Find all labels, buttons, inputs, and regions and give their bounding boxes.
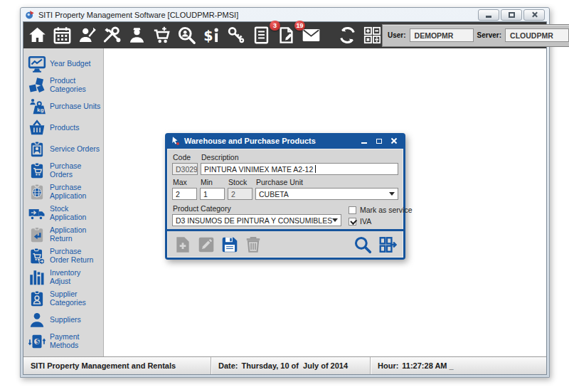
window-controls [478, 9, 545, 21]
save-button[interactable] [220, 235, 239, 254]
dialog-maximize-button[interactable] [375, 137, 383, 145]
svg-text:kg: kg [37, 107, 44, 113]
sidebar: Year BudgetProduct CategorieskgPurchase … [23, 48, 104, 356]
sidebar-item-payment-methods[interactable]: $Payment Methods [28, 332, 102, 351]
sidebar-item-label: Service Orders [50, 145, 100, 154]
window-title: SITI Property Management Software [CLOUD… [38, 11, 474, 19]
purchase-unit-value: CUBETA [259, 190, 289, 198]
add-button[interactable] [174, 235, 192, 254]
close-icon [531, 11, 538, 18]
purchase-order-return-icon [28, 247, 46, 265]
statusbar-date-section: Date: Thursday, 10 of July of 2014 [211, 357, 370, 374]
maximize-icon [509, 12, 515, 18]
application-return-icon [28, 226, 46, 244]
sidebar-item-suppliers[interactable]: Suppliers [28, 310, 102, 329]
purchases-cart-icon[interactable] [152, 26, 171, 45]
accounting-icon[interactable] [363, 26, 382, 45]
max-label: Max [172, 178, 197, 186]
purchase-unit-dropdown[interactable]: CUBETA [255, 188, 398, 200]
mark-as-service-label: Mark as service [360, 206, 413, 214]
user-field[interactable]: DEMOPMR [410, 28, 474, 42]
max-field[interactable]: 2 [172, 188, 197, 200]
sidebar-item-purchase-order-return[interactable]: Purchase Order Return [28, 246, 102, 265]
products-icon [28, 119, 46, 137]
service-orders-icon [28, 140, 46, 159]
hour-label: Hour: [378, 361, 398, 370]
user-label: User: [388, 31, 406, 39]
purchase-application-icon [28, 183, 46, 201]
calendar-icon[interactable] [53, 26, 72, 45]
sidebar-item-purchase-application[interactable]: Purchase Application [28, 182, 102, 201]
reports-icon[interactable] [252, 26, 271, 45]
sidebar-item-service-orders[interactable]: Service Orders [28, 139, 102, 159]
text-caret [315, 165, 316, 173]
sidebar-item-purchase-units[interactable]: kgPurchase Units [28, 97, 102, 116]
sidebar-item-label: Products [50, 124, 79, 132]
product-categories-icon [28, 76, 46, 95]
window-titlebar: SITI Property Management Software [CLOUD… [23, 8, 547, 21]
delete-button[interactable] [244, 235, 262, 254]
stock-application-icon [28, 204, 46, 223]
svg-text:$: $ [36, 337, 40, 344]
app-icon [25, 10, 35, 20]
product-category-dropdown[interactable]: D3 INSUMOS DE PINTURA Y CONSUMIBLES [172, 214, 341, 226]
sidebar-item-purchase-orders[interactable]: Purchase Orders [28, 161, 102, 180]
dialog-titlebar[interactable]: Warehouse and Purchase Products [167, 133, 403, 149]
statusbar: SITI Property Management and Rentals Dat… [23, 356, 546, 374]
purchase-orders-icon [28, 161, 46, 180]
sync-icon[interactable] [338, 26, 357, 45]
product-category-label: Product Category [172, 204, 341, 213]
server-field[interactable]: CLOUDPMR [505, 28, 569, 42]
sidebar-item-label: Purchase Orders [50, 162, 102, 179]
toolbar-icons: $319 [28, 26, 382, 45]
sidebar-item-label: Supplier Categories [50, 290, 102, 307]
notes-icon[interactable]: 3 [277, 26, 296, 45]
dialog-body: Code Description D3029 PINTURA VINIMEX M… [167, 149, 403, 258]
guest-search-icon[interactable] [177, 26, 196, 45]
statusbar-hour-section: Hour: 11:27:28 AM _ [370, 357, 546, 374]
housekeeping-icon[interactable] [78, 26, 97, 45]
home-icon[interactable] [28, 26, 47, 45]
stock-label: Stock [228, 178, 252, 186]
sidebar-item-label: Purchase Units [50, 102, 100, 111]
sidebar-item-label: Suppliers [50, 316, 81, 324]
iva-checkbox[interactable] [349, 218, 356, 226]
sidebar-item-label: Purchase Order Return [50, 248, 102, 265]
sidebar-item-stock-application[interactable]: Stock Application [28, 203, 102, 223]
sidebar-item-label: Year Budget [50, 60, 90, 68]
dialog-controls [360, 137, 400, 145]
tools-icon[interactable] [102, 26, 122, 45]
maximize-icon [376, 139, 382, 144]
dialog-close-button[interactable] [390, 137, 398, 145]
dialog-toolbar [167, 229, 403, 258]
dialog-minimize-button[interactable] [360, 137, 368, 145]
description-field[interactable]: PINTURA VINIMEX MATE A2-12 [201, 163, 398, 175]
window-minimize-button[interactable] [478, 9, 499, 21]
sidebar-item-products[interactable]: Products [28, 118, 102, 137]
iva-row: IVA [349, 217, 413, 226]
edit-button[interactable] [197, 235, 216, 254]
sidebar-item-application-return[interactable]: Application Return [28, 225, 102, 244]
min-field[interactable]: 1 [200, 188, 225, 200]
sidebar-item-supplier-categories[interactable]: Supplier Categories [28, 289, 102, 308]
sidebar-item-inventory-adjust[interactable]: Inventory Adjust [28, 267, 102, 287]
warehouse-products-dialog: Warehouse and Purchase Products Code Des… [165, 133, 405, 260]
sidebar-item-year-budget[interactable]: Year Budget [28, 54, 102, 73]
mark-as-service-checkbox[interactable] [349, 206, 356, 214]
access-keys-icon[interactable] [227, 26, 246, 45]
billing-icon[interactable]: $ [202, 26, 221, 45]
suppliers-icon [28, 311, 46, 329]
description-label: Description [201, 153, 398, 161]
minimize-icon [486, 16, 491, 18]
staff-icon[interactable] [127, 26, 147, 45]
code-field[interactable]: D3029 [172, 163, 198, 175]
window-close-button[interactable] [523, 9, 545, 21]
stock-field[interactable]: 2 [228, 188, 252, 200]
exit-button[interactable] [378, 235, 397, 254]
window-maximize-button[interactable] [501, 9, 522, 21]
messages-icon[interactable]: 19 [302, 26, 321, 45]
sidebar-item-label: Payment Methods [50, 333, 102, 350]
session-panel: User: DEMOPMR Server: CLOUDPMR [382, 24, 569, 47]
search-button[interactable] [353, 235, 372, 254]
sidebar-item-product-categories[interactable]: Product Categories [28, 75, 102, 95]
